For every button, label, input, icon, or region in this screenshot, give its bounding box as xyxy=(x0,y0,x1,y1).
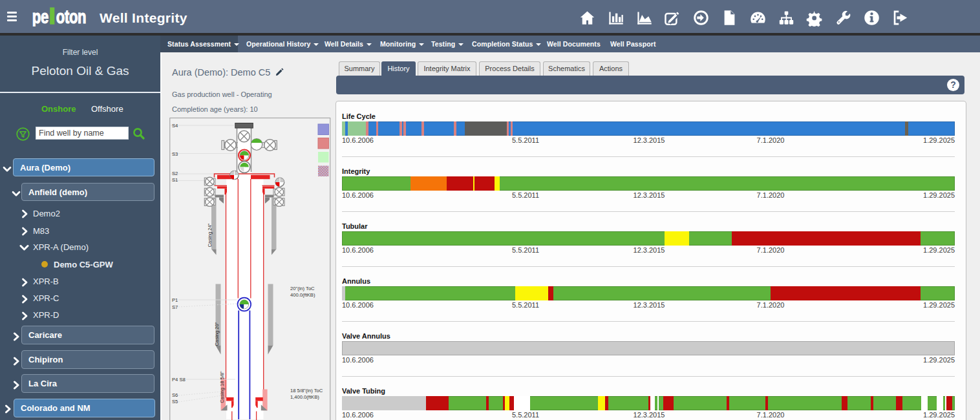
svg-text:P1: P1 xyxy=(172,297,178,303)
svg-text:S5: S5 xyxy=(172,399,178,404)
svg-text:Casing 18 5/8": Casing 18 5/8" xyxy=(219,371,225,403)
svg-text:400.0(ftKB): 400.0(ftKB) xyxy=(290,292,315,298)
svg-text:Casing 20": Casing 20" xyxy=(214,322,220,346)
svg-text:20"(in) ToC: 20"(in) ToC xyxy=(290,286,315,291)
svg-text:P4 S8: P4 S8 xyxy=(172,377,186,383)
svg-text:oton: oton xyxy=(56,7,86,26)
svg-text:18 5/8"(in) ToC: 18 5/8"(in) ToC xyxy=(290,388,323,394)
svg-text:S7: S7 xyxy=(172,304,178,310)
svg-text:S3: S3 xyxy=(172,151,178,157)
svg-text:Casing 24": Casing 24" xyxy=(207,223,213,247)
svg-text:S1: S1 xyxy=(172,177,178,183)
svg-text:pe: pe xyxy=(32,7,48,26)
svg-text:S2: S2 xyxy=(172,171,178,176)
svg-text:S4: S4 xyxy=(172,123,178,129)
svg-text:1,400.0(ftKB): 1,400.0(ftKB) xyxy=(290,394,319,400)
svg-text:S6: S6 xyxy=(172,392,178,398)
